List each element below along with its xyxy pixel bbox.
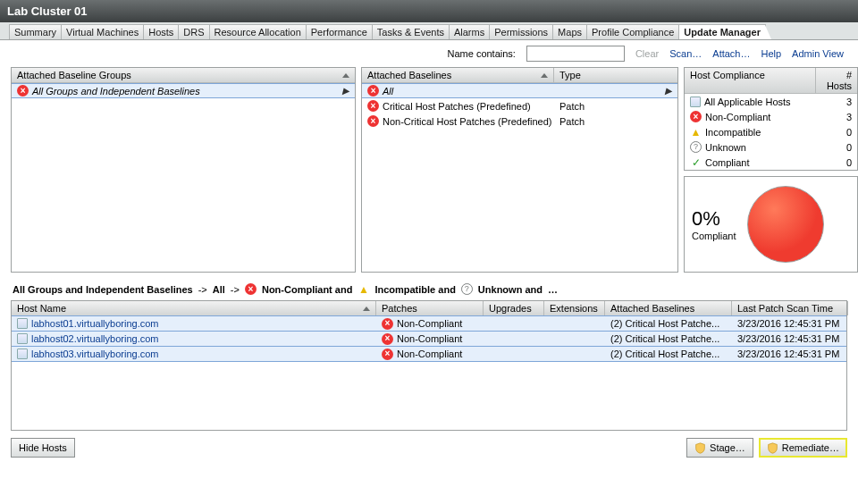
scan-time: 3/23/2016 12:45:31 PM bbox=[737, 333, 839, 344]
red-icon bbox=[690, 111, 702, 122]
noncompliant-icon bbox=[367, 85, 379, 97]
host-link[interactable]: labhost02.virtuallyboring.com bbox=[31, 333, 158, 344]
compliance-row[interactable]: All Applicable Hosts3 bbox=[685, 94, 857, 109]
compliance-chart: 0% Compliant bbox=[684, 176, 858, 273]
host-icon bbox=[690, 97, 701, 107]
compliance-label: All Applicable Hosts bbox=[704, 97, 791, 107]
bc-incompatible: Incompatible and bbox=[374, 284, 455, 295]
column-header[interactable]: Patches bbox=[376, 301, 484, 315]
baseline-type: Patch bbox=[559, 101, 585, 112]
bc-groups: All Groups and Independent Baselines bbox=[13, 284, 193, 295]
help-link[interactable]: Help bbox=[761, 48, 781, 59]
attached-baselines: (2) Critical Host Patche... bbox=[610, 349, 719, 359]
patches-status: Non-Compliant bbox=[397, 333, 462, 344]
shield-icon bbox=[694, 442, 706, 454]
hosts-count-header[interactable]: # Hosts bbox=[816, 68, 857, 93]
baseline-name: Non-Critical Host Patches (Predefined) bbox=[383, 116, 552, 127]
tab-permissions[interactable]: Permissions bbox=[489, 24, 553, 39]
warn-icon bbox=[690, 126, 702, 138]
table-row[interactable]: labhost01.virtuallyboring.comNon-Complia… bbox=[12, 315, 846, 332]
tab-bar: SummaryVirtual MachinesHostsDRSResource … bbox=[0, 22, 858, 40]
baseline-row[interactable]: Critical Host Patches (Predefined)Patch bbox=[362, 98, 677, 113]
compliance-count: 3 bbox=[846, 97, 852, 107]
tab-summary[interactable]: Summary bbox=[9, 24, 62, 39]
column-header[interactable]: Attached Baselines bbox=[605, 301, 732, 315]
host-icon bbox=[17, 333, 28, 344]
column-header[interactable]: Host Name bbox=[12, 301, 376, 315]
compliance-percent-label: Compliant bbox=[692, 231, 736, 241]
host-icon bbox=[17, 318, 28, 329]
tab-update-manager[interactable]: Update Manager bbox=[678, 24, 766, 39]
tab-profile-compliance[interactable]: Profile Compliance bbox=[586, 24, 679, 39]
bc-arrow: -> bbox=[198, 284, 207, 295]
baseline-row[interactable]: All▶ bbox=[362, 83, 677, 98]
column-header[interactable]: Last Patch Scan Time bbox=[732, 301, 848, 315]
tab-drs[interactable]: DRS bbox=[178, 24, 209, 39]
noncompliant-icon bbox=[367, 115, 379, 127]
table-row[interactable]: labhost03.virtuallyboring.comNon-Complia… bbox=[12, 346, 846, 362]
compliance-row[interactable]: Non-Compliant3 bbox=[685, 109, 857, 124]
tab-tasks-events[interactable]: Tasks & Events bbox=[372, 24, 450, 39]
hide-hosts-button[interactable]: Hide Hosts bbox=[11, 438, 75, 458]
patches-status: Non-Compliant bbox=[397, 318, 462, 329]
scan-link[interactable]: Scan… bbox=[669, 48, 702, 59]
compliance-label: Non-Compliant bbox=[705, 112, 770, 122]
noncompliant-icon bbox=[382, 318, 393, 330]
compliance-count: 3 bbox=[846, 112, 852, 122]
baseline-name: All bbox=[383, 86, 393, 97]
stage-button[interactable]: Stage… bbox=[686, 438, 753, 458]
bc-noncompliant: Non-Compliant and bbox=[262, 284, 352, 295]
admin-view-link[interactable]: Admin View bbox=[792, 48, 844, 59]
remediate-button[interactable]: Remediate… bbox=[759, 438, 847, 458]
compliance-count: 0 bbox=[846, 157, 852, 168]
tab-alarms[interactable]: Alarms bbox=[449, 24, 490, 39]
incompatible-icon bbox=[358, 283, 369, 295]
compliance-label: Compliant bbox=[705, 157, 750, 168]
tab-virtual-machines[interactable]: Virtual Machines bbox=[61, 24, 144, 39]
type-header[interactable]: Type bbox=[554, 68, 677, 82]
q-icon bbox=[690, 141, 702, 153]
compliance-row[interactable]: Incompatible0 bbox=[685, 124, 857, 139]
stage-label: Stage… bbox=[710, 442, 745, 453]
column-header[interactable]: Extensions bbox=[544, 301, 605, 315]
window-title: Lab Cluster 01 bbox=[0, 0, 858, 22]
compliance-header[interactable]: Host Compliance bbox=[685, 68, 816, 93]
clear-link: Clear bbox=[635, 48, 659, 59]
bc-unknown: Unknown and bbox=[478, 284, 543, 295]
bc-ellipsis: … bbox=[548, 284, 558, 295]
host-icon bbox=[17, 349, 28, 359]
compliance-label: Unknown bbox=[705, 142, 746, 153]
groups-row-all[interactable]: All Groups and Independent Baselines ▶ bbox=[12, 83, 355, 98]
compliance-row[interactable]: Compliant0 bbox=[685, 155, 857, 170]
remediate-label: Remediate… bbox=[782, 442, 839, 453]
filter-label: Name contains: bbox=[447, 48, 515, 59]
tab-maps[interactable]: Maps bbox=[552, 24, 587, 39]
hosts-grid: Host NamePatchesUpgradesExtensionsAttach… bbox=[11, 300, 847, 431]
tab-hosts[interactable]: Hosts bbox=[143, 24, 179, 39]
groups-row-label: All Groups and Independent Baselines bbox=[32, 86, 200, 97]
host-link[interactable]: labhost03.virtuallyboring.com bbox=[31, 349, 158, 359]
attach-link[interactable]: Attach… bbox=[712, 48, 750, 59]
compliance-percent: 0% bbox=[692, 207, 736, 231]
baseline-name: Critical Host Patches (Predefined) bbox=[383, 101, 531, 112]
baselines-panel: Attached Baselines Type All▶Critical Hos… bbox=[361, 67, 678, 273]
attached-baselines: (2) Critical Host Patche... bbox=[610, 318, 719, 329]
noncompliant-icon bbox=[382, 349, 393, 360]
tab-performance[interactable]: Performance bbox=[306, 24, 373, 39]
bc-arrow2: -> bbox=[231, 284, 240, 295]
column-header[interactable]: Upgrades bbox=[484, 301, 544, 315]
filter-input[interactable] bbox=[526, 46, 625, 62]
baselines-header[interactable]: Attached Baselines bbox=[362, 68, 554, 82]
baseline-row[interactable]: Non-Critical Host Patches (Predefined)Pa… bbox=[362, 113, 677, 129]
noncompliant-icon bbox=[367, 100, 379, 112]
groups-header[interactable]: Attached Baseline Groups bbox=[12, 68, 355, 82]
tab-resource-allocation[interactable]: Resource Allocation bbox=[209, 24, 307, 39]
attached-baselines: (2) Critical Host Patche... bbox=[610, 333, 719, 344]
compliance-label: Incompatible bbox=[705, 127, 761, 138]
noncompliant-icon bbox=[245, 283, 257, 295]
host-link[interactable]: labhost01.virtuallyboring.com bbox=[31, 318, 158, 329]
table-row[interactable]: labhost02.virtuallyboring.comNon-Complia… bbox=[12, 331, 846, 347]
scan-time: 3/23/2016 12:45:31 PM bbox=[737, 318, 839, 329]
bc-all: All bbox=[213, 284, 225, 295]
compliance-row[interactable]: Unknown0 bbox=[685, 139, 857, 155]
